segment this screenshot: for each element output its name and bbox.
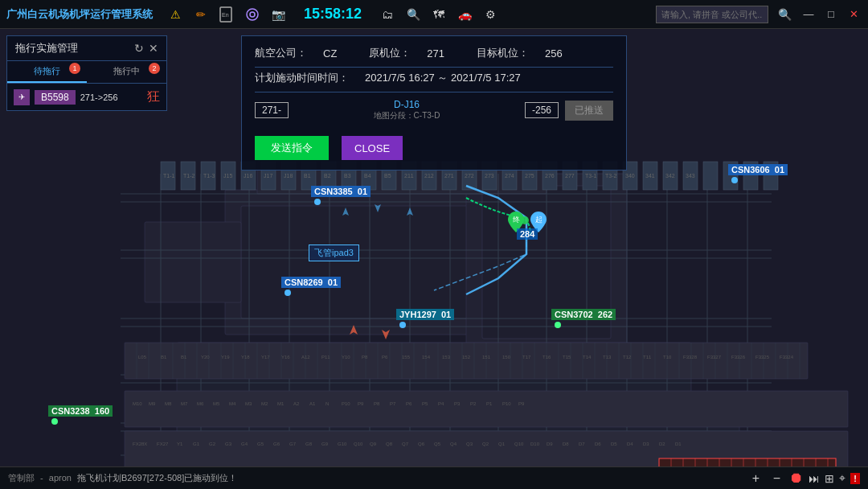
settings-gear-icon[interactable] xyxy=(243,5,262,24)
folder-icon[interactable]: 🗂 xyxy=(378,5,397,24)
tab-inprogress[interactable]: 拖行中 2 xyxy=(87,61,166,83)
svg-text:M4: M4 xyxy=(229,401,236,406)
svg-text:T1-3: T1-3 xyxy=(203,173,215,179)
maximize-button[interactable]: □ xyxy=(823,6,839,23)
svg-text:275: 275 xyxy=(525,173,534,179)
svg-text:Q2: Q2 xyxy=(482,442,489,446)
play-icon[interactable]: ⏺ xyxy=(789,470,804,487)
tug-label[interactable]: 飞管ipad3 xyxy=(309,244,359,261)
svg-text:Y17: Y17 xyxy=(261,355,270,360)
svg-point-3 xyxy=(250,12,255,17)
zoom-out-button[interactable]: − xyxy=(768,471,784,486)
search-icon[interactable]: 🔍 xyxy=(775,5,794,24)
svg-text:T16: T16 xyxy=(542,355,551,360)
time-label: 计划施动时间时间： xyxy=(255,71,349,85)
aircraft-label-csn3238[interactable]: CSN3238 160 xyxy=(48,405,113,426)
top-bar: 广州白云机场机坪运行管理系统 ⚠ ✏ En 📷 15:58:12 🗂 🔍 🗺 🚗… xyxy=(0,0,868,29)
config-icon[interactable]: ⚙ xyxy=(481,5,500,24)
next-icon[interactable]: ⏭ xyxy=(809,472,820,485)
tab-pending[interactable]: 待拖行 1 xyxy=(7,61,87,83)
csn8269-tag: CSN8269 01 xyxy=(281,277,341,288)
csn3385-dot xyxy=(314,199,321,205)
svg-text:L05: L05 xyxy=(138,355,147,360)
svg-text:212: 212 xyxy=(424,173,434,179)
aircraft-label-csn3702[interactable]: CSN3702 262 xyxy=(551,309,616,330)
svg-text:FX28X: FX28X xyxy=(133,442,147,446)
svg-text:Y1: Y1 xyxy=(177,442,183,446)
csn3385-tag: CSN3385 01 xyxy=(311,186,371,197)
gate-284-label: 284 xyxy=(517,228,538,240)
task-action-icon[interactable]: 狂 xyxy=(147,88,160,105)
status-message: 管制部 - apron 拖飞机计划B2697[272-508]已施动到位！ xyxy=(8,472,747,484)
svg-text:Y20: Y20 xyxy=(201,355,210,360)
close-info-button[interactable]: CLOSE xyxy=(342,136,403,160)
route-start: 271- xyxy=(255,102,289,118)
svg-text:F3325: F3325 xyxy=(755,355,770,360)
route-row: 271- D-J16 地图分段：C-T3-D -256 已推送 xyxy=(255,99,613,121)
svg-text:P5: P5 xyxy=(422,401,428,406)
svg-text:N: N xyxy=(326,401,329,406)
vehicle-icon[interactable]: 🚗 xyxy=(455,5,474,24)
camera-icon[interactable]: 📷 xyxy=(268,5,288,24)
svg-text:B1: B1 xyxy=(161,355,167,360)
map-icon[interactable]: 🗺 xyxy=(429,5,448,24)
aircraft-label-jyh1297[interactable]: JYH1297 01 xyxy=(396,309,454,330)
svg-text:M5: M5 xyxy=(213,401,220,406)
minimize-button[interactable]: — xyxy=(800,6,817,23)
edit-icon[interactable]: ✏ xyxy=(191,5,211,24)
info-row-time: 计划施动时间时间： 2021/7/5 16:27 ～ 2021/7/5 17:2… xyxy=(255,71,613,85)
svg-text:276: 276 xyxy=(545,173,555,179)
svg-text:274: 274 xyxy=(505,173,514,179)
svg-text:M1: M1 xyxy=(277,401,285,406)
svg-text:T14: T14 xyxy=(583,355,592,360)
status-bar: 管制部 - apron 拖飞机计划B2697[272-508]已施动到位！ + … xyxy=(0,466,868,489)
status-detail: 拖飞机计划B2697[272-508]已施动到位！ xyxy=(77,473,237,483)
search2-icon[interactable]: 🔍 xyxy=(403,5,423,24)
svg-text:A12: A12 xyxy=(301,355,310,360)
svg-text:G10: G10 xyxy=(338,442,347,446)
layer-icon[interactable]: ⊞ xyxy=(825,472,834,485)
info-actions: 发送指令 CLOSE xyxy=(255,128,613,160)
svg-text:Y16: Y16 xyxy=(281,355,290,360)
svg-text:Q3: Q3 xyxy=(466,442,473,446)
svg-text:150: 150 xyxy=(502,355,511,360)
aircraft-label-csn3606[interactable]: CSN3606 01 xyxy=(728,164,788,185)
warning-icon[interactable]: ⚠ xyxy=(166,5,185,24)
left-panel-title: 拖行实施管理 xyxy=(15,41,78,55)
search-input[interactable] xyxy=(656,6,768,23)
target-label: 目标机位： xyxy=(477,46,529,60)
svg-text:P3: P3 xyxy=(454,401,461,406)
main-area: T1-1 T1-2 T1-3 J15 J16 J17 J18 B1 B2 B3 … xyxy=(0,29,868,489)
svg-text:T1-2: T1-2 xyxy=(183,173,195,179)
origin-value: 271 xyxy=(427,47,444,60)
origin-label: 原机位： xyxy=(369,46,411,60)
send-command-button[interactable]: 发送指令 xyxy=(255,136,329,160)
close-panel-icon[interactable]: ✕ xyxy=(149,42,158,55)
aircraft-label-csn3385[interactable]: CSN3385 01 xyxy=(311,186,371,207)
svg-text:G3: G3 xyxy=(225,442,232,446)
svg-text:G6: G6 xyxy=(273,442,280,446)
route-end: -256 xyxy=(525,102,559,118)
zoom-in-button[interactable]: + xyxy=(747,471,764,486)
info-divider-1 xyxy=(255,67,613,68)
info-panel: 航空公司： CZ 原机位： 271 目标机位： 256 计划施动时间时间： 20… xyxy=(241,35,627,171)
nav-icon[interactable]: ⌖ xyxy=(839,471,845,485)
svg-text:B2: B2 xyxy=(324,173,331,179)
status-controls: + − ⏺ ⏭ ⊞ ⌖ ! xyxy=(747,470,860,487)
task-flight-label[interactable]: B5598 xyxy=(35,90,76,105)
task-item: ✈ B5598 271->256 狂 xyxy=(7,84,166,110)
doc-icon[interactable]: En xyxy=(217,5,236,24)
tab-inprogress-label: 拖行中 xyxy=(113,66,140,76)
svg-text:Q7: Q7 xyxy=(402,442,409,446)
svg-text:153: 153 xyxy=(442,355,451,360)
svg-text:Q6: Q6 xyxy=(418,442,425,446)
svg-text:A1: A1 xyxy=(309,401,316,406)
svg-text:P7: P7 xyxy=(390,401,396,406)
aircraft-label-csn8269[interactable]: CSN8269 01 xyxy=(281,277,341,298)
close-button[interactable]: ✕ xyxy=(845,6,862,23)
svg-text:M8: M8 xyxy=(165,401,172,406)
refresh-icon[interactable]: ↻ xyxy=(134,42,144,55)
jyh1297-dot xyxy=(399,322,406,328)
svg-text:G8: G8 xyxy=(305,442,313,446)
svg-text:272: 272 xyxy=(465,173,474,179)
